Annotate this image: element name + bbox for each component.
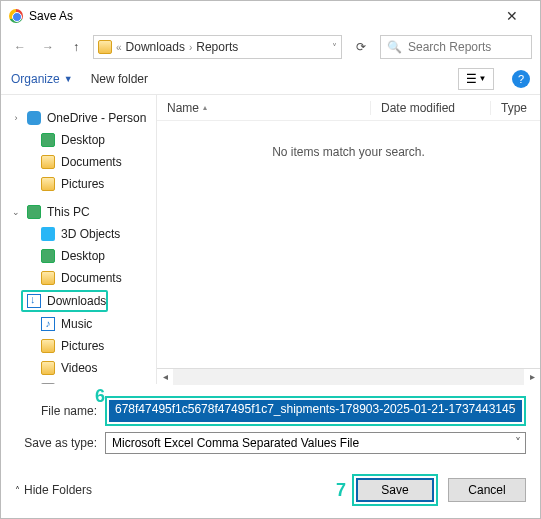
- forward-button: →: [37, 36, 59, 58]
- desktop-icon: [41, 249, 55, 263]
- save-as-dialog: Save As ✕ ← → ↑ « Downloads › Reports ˅ …: [0, 0, 541, 519]
- breadcrumb-sep: «: [116, 42, 122, 53]
- help-button[interactable]: ?: [512, 70, 530, 88]
- column-name[interactable]: Name▴: [157, 101, 370, 115]
- music-icon: ♪: [41, 317, 55, 331]
- sidebar-item-downloads[interactable]: Downloads: [23, 292, 106, 310]
- folder-icon: [41, 339, 55, 353]
- search-icon: 🔍: [387, 40, 402, 54]
- chevron-down-icon: ▼: [64, 74, 73, 84]
- content-area: › OneDrive - Person Desktop Documents Pi…: [1, 95, 540, 384]
- sidebar-item-label: Music: [61, 317, 92, 331]
- sidebar-item-desktop[interactable]: Desktop: [5, 129, 156, 151]
- folder-icon: [98, 40, 112, 54]
- sidebar-item-label: OneDrive - Person: [47, 111, 146, 125]
- list-icon: ☰: [466, 72, 477, 86]
- sidebar-item-label: Videos: [61, 361, 97, 375]
- nav-row: ← → ↑ « Downloads › Reports ˅ ⟳ 🔍 Search…: [1, 31, 540, 63]
- cloud-icon: [27, 111, 41, 125]
- cancel-button[interactable]: Cancel: [448, 478, 526, 502]
- hide-folders-label: Hide Folders: [24, 483, 92, 497]
- sidebar-item-documents[interactable]: Documents: [5, 151, 156, 173]
- column-type[interactable]: Type: [490, 101, 540, 115]
- chevron-up-icon: ˄: [15, 485, 20, 496]
- desktop-icon: [41, 133, 55, 147]
- sidebar: › OneDrive - Person Desktop Documents Pi…: [1, 95, 156, 384]
- chevron-down-icon: ▼: [479, 74, 487, 83]
- sidebar-item-label: Documents: [61, 155, 122, 169]
- toolbar: Organize ▼ New folder ☰ ▼ ?: [1, 63, 540, 95]
- chevron-down-icon[interactable]: ˅: [332, 42, 337, 53]
- scroll-left-icon[interactable]: ◂: [157, 371, 173, 382]
- sidebar-item-label: Desktop: [61, 249, 105, 263]
- chevron-right-icon: ›: [189, 42, 192, 53]
- organize-button[interactable]: Organize ▼: [11, 72, 73, 86]
- sidebar-item-label: This PC: [47, 205, 90, 219]
- sidebar-item-label: Downloads: [47, 294, 106, 308]
- new-folder-button[interactable]: New folder: [91, 72, 148, 86]
- chevron-down-icon[interactable]: ˅: [515, 436, 521, 450]
- sidebar-item-pictures[interactable]: Pictures: [5, 173, 156, 195]
- savetype-combobox[interactable]: Microsoft Excel Comma Separated Values F…: [105, 432, 526, 454]
- dialog-title: Save As: [29, 9, 73, 23]
- search-input[interactable]: 🔍 Search Reports: [380, 35, 532, 59]
- video-icon: [41, 361, 55, 375]
- chevron-down-icon[interactable]: ˅: [511, 404, 517, 418]
- sidebar-item-label: Documents: [61, 271, 122, 285]
- save-button[interactable]: Save: [356, 478, 434, 502]
- folder-icon: [41, 155, 55, 169]
- empty-message: No items match your search.: [157, 121, 540, 368]
- filename-label: File name:: [15, 404, 105, 418]
- sidebar-item-desktop2[interactable]: Desktop: [5, 245, 156, 267]
- breadcrumb-downloads[interactable]: Downloads: [126, 40, 185, 54]
- sidebar-item-thispc[interactable]: ⌄ This PC: [5, 201, 156, 223]
- sort-asc-icon: ▴: [203, 103, 207, 112]
- sidebar-item-label: Pictures: [61, 339, 104, 353]
- filename-input[interactable]: 678f47495f1c5678f47495f1c7_shipments-178…: [110, 401, 521, 421]
- titlebar: Save As ✕: [1, 1, 540, 31]
- search-placeholder: Search Reports: [408, 40, 491, 54]
- column-label: Type: [501, 101, 527, 115]
- sidebar-item-videos[interactable]: Videos: [5, 357, 156, 379]
- close-button[interactable]: ✕: [492, 8, 532, 24]
- scroll-track[interactable]: [173, 369, 524, 385]
- organize-label: Organize: [11, 72, 60, 86]
- sidebar-item-3dobjects[interactable]: 3D Objects: [5, 223, 156, 245]
- column-date[interactable]: Date modified: [370, 101, 490, 115]
- pc-icon: [27, 205, 41, 219]
- view-button[interactable]: ☰ ▼: [458, 68, 494, 90]
- folder-icon: [41, 271, 55, 285]
- download-icon: [27, 294, 41, 308]
- file-list: Name▴ Date modified Type No items match …: [156, 95, 540, 384]
- horizontal-scrollbar[interactable]: ◂ ▸: [157, 368, 540, 384]
- column-label: Name: [167, 101, 199, 115]
- filename-combobox[interactable]: 678f47495f1c5678f47495f1c7_shipments-178…: [109, 400, 522, 422]
- sidebar-item-documents2[interactable]: Documents: [5, 267, 156, 289]
- folder-icon: [41, 177, 55, 191]
- refresh-button[interactable]: ⟳: [348, 35, 374, 59]
- sidebar-item-onedrive[interactable]: › OneDrive - Person: [5, 107, 156, 129]
- sidebar-item-pictures2[interactable]: Pictures: [5, 335, 156, 357]
- column-headers: Name▴ Date modified Type: [157, 95, 540, 121]
- up-button[interactable]: ↑: [65, 36, 87, 58]
- savetype-label: Save as type:: [15, 436, 105, 450]
- savetype-value: Microsoft Excel Comma Separated Values F…: [112, 436, 359, 450]
- sidebar-item-label: Pictures: [61, 177, 104, 191]
- chevron-right-icon[interactable]: ›: [11, 113, 21, 123]
- dialog-footer: ˄ Hide Folders 7 Save Cancel: [1, 464, 540, 518]
- sidebar-item-label: Desktop: [61, 133, 105, 147]
- chrome-icon: [9, 9, 23, 23]
- hide-folders-button[interactable]: ˄ Hide Folders: [15, 483, 92, 497]
- column-label: Date modified: [381, 101, 455, 115]
- breadcrumb[interactable]: « Downloads › Reports ˅: [93, 35, 342, 59]
- sidebar-item-label: 3D Objects: [61, 227, 120, 241]
- sidebar-item-music[interactable]: ♪Music: [5, 313, 156, 335]
- scroll-right-icon[interactable]: ▸: [524, 371, 540, 382]
- 3d-icon: [41, 227, 55, 241]
- annotation-7: 7: [336, 480, 346, 501]
- chevron-down-icon[interactable]: ⌄: [11, 207, 21, 217]
- file-form: 6 File name: 678f47495f1c5678f47495f1c7_…: [1, 384, 540, 464]
- back-button[interactable]: ←: [9, 36, 31, 58]
- breadcrumb-reports[interactable]: Reports: [196, 40, 238, 54]
- annotation-6: 6: [95, 386, 105, 407]
